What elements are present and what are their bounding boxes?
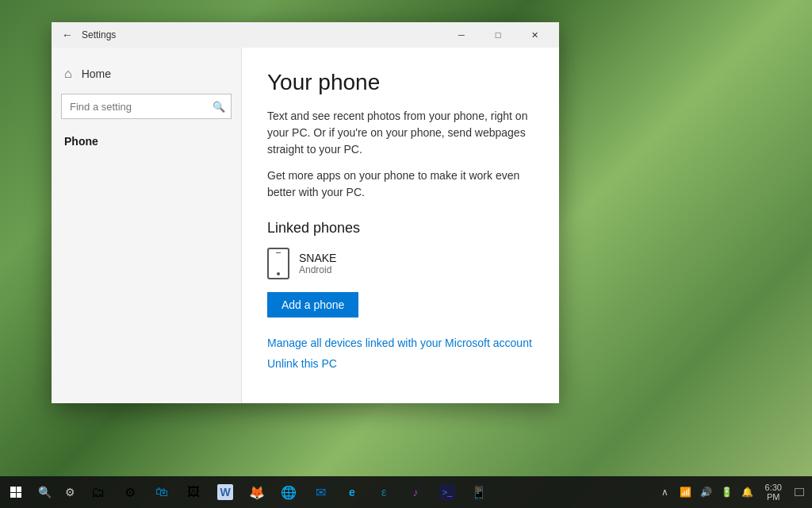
taskbar-search-button[interactable]: 🔍	[32, 476, 57, 508]
taskbar-app-media[interactable]: ♪	[400, 476, 431, 508]
taskbar: 🔍 ⚙ 🗂 ⚙ 🛍 🖼 W 🦊	[0, 476, 812, 508]
close-button[interactable]: ✕	[516, 22, 553, 48]
network-icon: 📶	[680, 487, 691, 498]
tray-network-icon[interactable]: 📶	[676, 476, 695, 508]
page-description-1: Text and see recent photos from your pho…	[267, 108, 534, 158]
maximize-button[interactable]: □	[480, 22, 516, 48]
search-icon: 🔍	[213, 101, 225, 113]
home-label: Home	[82, 67, 111, 80]
phone-info: SNAKE Android	[299, 252, 336, 275]
phone-os: Android	[299, 264, 336, 275]
taskbar-app-edge[interactable]: e	[336, 476, 368, 508]
phone-name: SNAKE	[299, 252, 336, 264]
system-tray: ∧ 📶 🔊 🔋 🔔 6:30 PM	[656, 476, 812, 508]
tray-notification-icon[interactable]: 🔔	[738, 476, 757, 508]
task-view-button[interactable]: ⚙	[57, 476, 82, 508]
page-title: Your phone	[267, 70, 534, 95]
taskbar-app-file-explorer[interactable]: 🗂	[82, 476, 114, 508]
add-phone-button[interactable]: Add a phone	[267, 292, 358, 318]
mail-icon: ✉	[312, 484, 328, 500]
tray-volume-icon[interactable]: 🔊	[697, 476, 716, 508]
phone-link-icon: 📱	[471, 484, 487, 500]
search-input[interactable]	[61, 94, 232, 119]
taskbar-app-word[interactable]: W	[209, 476, 241, 508]
sidebar: ⌂ Home 🔍 Phone	[52, 48, 242, 403]
taskbar-app-chrome[interactable]: 🌐	[273, 476, 304, 508]
settings-icon: ⚙	[122, 484, 138, 500]
file-explorer-icon: 🗂	[90, 484, 106, 500]
desktop: ← Settings ─ □ ✕ ⌂ Home 🔍 Phone	[0, 0, 812, 508]
taskbar-app-store[interactable]: 🛍	[146, 476, 178, 508]
firefox-icon: 🦊	[249, 484, 265, 500]
taskbar-app-phone-link[interactable]: 📱	[463, 476, 495, 508]
photos-icon: 🖼	[186, 484, 201, 500]
word-icon: W	[217, 484, 233, 500]
home-icon: ⌂	[64, 67, 72, 81]
unlink-pc-link[interactable]: Unlink this PC	[267, 357, 534, 370]
chrome-icon: 🌐	[281, 484, 297, 500]
manage-devices-link[interactable]: Manage all devices linked with your Micr…	[267, 337, 534, 349]
show-desktop-button[interactable]	[790, 476, 809, 508]
phone-item: SNAKE Android	[267, 248, 534, 279]
taskbar-app-edge2[interactable]: ε	[368, 476, 400, 508]
window-title: Settings	[82, 29, 443, 40]
tray-expand-icon[interactable]: ∧	[656, 476, 675, 508]
page-description-2: Get more apps on your phone to make it w…	[267, 167, 534, 201]
terminal-icon: >_	[439, 484, 455, 500]
minimize-button[interactable]: ─	[443, 22, 480, 48]
back-button[interactable]: ←	[58, 25, 77, 44]
taskbar-app-firefox[interactable]: 🦊	[241, 476, 273, 508]
taskbar-app-photos[interactable]: 🖼	[178, 476, 209, 508]
taskbar-apps: 🗂 ⚙ 🛍 🖼 W 🦊 🌐 ✉ e	[82, 476, 656, 508]
taskbar-app-terminal[interactable]: >_	[431, 476, 463, 508]
edge-icon: e	[344, 484, 360, 500]
chevron-up-icon: ∧	[661, 487, 668, 498]
window-content: ⌂ Home 🔍 Phone Your phone Text and see r…	[52, 48, 559, 403]
main-content: Your phone Text and see recent photos fr…	[242, 48, 559, 403]
clock-period: PM	[767, 492, 780, 502]
system-clock[interactable]: 6:30 PM	[759, 476, 788, 508]
clock-time: 6:30	[765, 483, 782, 492]
show-desktop-icon	[795, 488, 804, 496]
battery-icon: 🔋	[721, 487, 733, 498]
notification-icon: 🔔	[741, 487, 753, 498]
taskbar-app-mail[interactable]: ✉	[304, 476, 336, 508]
settings-window: ← Settings ─ □ ✕ ⌂ Home 🔍 Phone	[52, 22, 559, 403]
phone-device-icon	[267, 248, 289, 279]
taskbar-app-settings[interactable]: ⚙	[114, 476, 146, 508]
taskbar-search-icon: 🔍	[38, 486, 52, 498]
linked-phones-title: Linked phones	[267, 220, 534, 237]
windows-logo-icon	[10, 487, 21, 498]
window-controls: ─ □ ✕	[443, 22, 553, 48]
media-icon: ♪	[408, 484, 423, 500]
sidebar-section-phone: Phone	[52, 125, 241, 151]
search-box: 🔍	[61, 94, 232, 119]
home-nav-item[interactable]: ⌂ Home	[52, 60, 241, 87]
volume-icon: 🔊	[700, 487, 712, 498]
edge2-icon: ε	[376, 484, 392, 500]
title-bar: ← Settings ─ □ ✕	[52, 22, 559, 48]
task-view-icon: ⚙	[65, 486, 75, 498]
tray-battery-icon[interactable]: 🔋	[718, 476, 737, 508]
start-button[interactable]	[0, 476, 32, 508]
store-icon: 🛍	[154, 484, 170, 500]
